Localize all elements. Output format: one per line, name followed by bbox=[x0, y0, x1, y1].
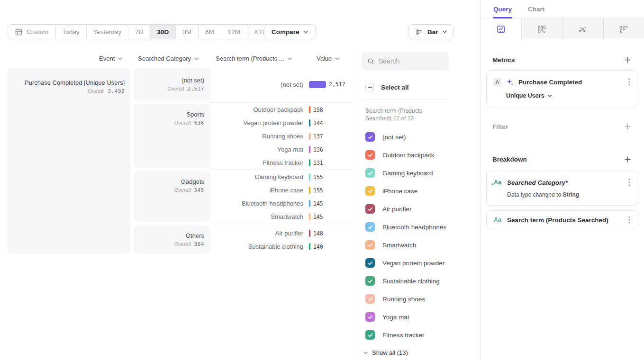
legend-item[interactable]: Fitness tracker bbox=[365, 326, 476, 344]
table-row[interactable]: Fitness tracker 131 bbox=[210, 156, 353, 170]
checkbox-checked-icon[interactable] bbox=[365, 204, 375, 214]
legend-item-label: iPhone case bbox=[382, 188, 417, 195]
event-name: Purchase Completed [Unique Users] bbox=[7, 79, 125, 87]
table-row[interactable]: Gaming keyboard 155 bbox=[210, 171, 353, 184]
term-label: Smartwatch bbox=[210, 213, 309, 220]
value-bar[interactable] bbox=[309, 173, 310, 180]
table-row[interactable]: Air purifier 148 bbox=[210, 227, 353, 240]
table-groups: (not set) Overall2,517 (not set) 2,517 S… bbox=[134, 66, 353, 256]
checkbox-checked-icon[interactable] bbox=[365, 330, 375, 340]
table-row[interactable]: Sustainable clothing 140 bbox=[210, 240, 353, 253]
date-range-12m[interactable]: 12M bbox=[221, 25, 247, 39]
kebab-menu-icon[interactable] bbox=[627, 215, 631, 225]
date-range-yesterday[interactable]: Yesterday bbox=[87, 25, 129, 39]
table-row[interactable]: Bluetooth headphones 145 bbox=[210, 197, 353, 210]
date-range-3m[interactable]: 3M bbox=[176, 25, 199, 39]
checkbox-checked-icon[interactable] bbox=[365, 168, 375, 178]
retention-icon[interactable] bbox=[604, 18, 644, 40]
breakdown-section-header: Breakdown bbox=[486, 156, 638, 163]
column-header-term[interactable]: Search term (Products ... bbox=[216, 55, 292, 62]
add-breakdown-button[interactable] bbox=[624, 156, 631, 163]
chart-type-select[interactable]: Bar bbox=[408, 24, 454, 39]
checkbox-checked-icon[interactable] bbox=[365, 150, 375, 160]
date-range-6m[interactable]: 6M bbox=[199, 25, 221, 39]
add-filter-button[interactable] bbox=[624, 123, 631, 130]
value-bar[interactable] bbox=[309, 146, 310, 153]
category-cell[interactable]: Others Overall384 bbox=[134, 226, 210, 254]
legend-item[interactable]: Yoga mat bbox=[365, 308, 476, 326]
table-row[interactable]: Outdoor backpack 158 bbox=[210, 103, 353, 117]
value-label: 140 bbox=[313, 244, 323, 250]
legend-item[interactable]: Air purifier bbox=[365, 200, 476, 218]
table-row[interactable]: Yoga mat 136 bbox=[210, 143, 353, 156]
legend-item[interactable]: Smartwatch bbox=[365, 236, 476, 254]
table-row[interactable]: iPhone case 155 bbox=[210, 184, 353, 197]
checkbox-indeterminate-icon[interactable] bbox=[365, 83, 374, 91]
column-header-value[interactable]: Value bbox=[317, 55, 339, 62]
value-bar[interactable] bbox=[309, 243, 310, 250]
checkbox-checked-icon[interactable] bbox=[365, 276, 375, 286]
checkbox-checked-icon[interactable] bbox=[365, 258, 375, 268]
tab-chart[interactable]: Chart bbox=[528, 0, 544, 18]
flows-icon[interactable] bbox=[562, 18, 604, 40]
date-range-custom[interactable]: Custom bbox=[8, 25, 56, 39]
legend-item[interactable]: Sustainable clothing bbox=[365, 272, 476, 290]
legend-item[interactable]: (not set) bbox=[365, 128, 476, 146]
series-searchbox[interactable] bbox=[362, 52, 449, 70]
legend-item[interactable]: Bluetooth headphones bbox=[365, 218, 476, 236]
date-range-30d[interactable]: 30D bbox=[150, 25, 176, 39]
funnels-icon[interactable] bbox=[522, 18, 563, 40]
table-row[interactable]: Vegan protein powder 144 bbox=[210, 117, 353, 130]
legend-item[interactable]: Outdoor backpack bbox=[365, 146, 476, 164]
compare-button[interactable]: Compare bbox=[264, 24, 316, 39]
checkbox-checked-icon[interactable] bbox=[365, 312, 375, 322]
show-all-link[interactable]: Show all (13) bbox=[363, 349, 408, 356]
checkbox-checked-icon[interactable] bbox=[365, 294, 375, 304]
value-bar[interactable] bbox=[309, 200, 310, 207]
legend-item-label: Gaming keyboard bbox=[382, 170, 433, 177]
add-metric-button[interactable] bbox=[624, 56, 631, 63]
value-bar[interactable] bbox=[309, 159, 310, 166]
date-range-7d[interactable]: 7D bbox=[128, 25, 150, 39]
tab-query[interactable]: Query bbox=[493, 0, 512, 18]
measure-select[interactable]: Unique Users bbox=[506, 92, 552, 99]
data-type-note: Data type changed to String bbox=[507, 191, 631, 198]
term-rows: (not set) 2,517 bbox=[210, 66, 353, 102]
table-row[interactable]: Running shoes 137 bbox=[210, 130, 353, 143]
column-header-event[interactable]: Event bbox=[99, 55, 122, 62]
select-all-row[interactable]: Select all bbox=[365, 83, 409, 91]
value-bar[interactable] bbox=[309, 106, 310, 113]
breakdown-card[interactable]: Aa Search term (Products Searched) bbox=[486, 210, 638, 229]
legend-item[interactable]: Vegan protein powder bbox=[365, 254, 476, 272]
breakdown-card[interactable]: *Aa Searched Category* Data type changed… bbox=[486, 171, 638, 206]
value-bar[interactable] bbox=[309, 81, 326, 88]
search-input[interactable] bbox=[379, 57, 443, 65]
legend-item[interactable]: iPhone case bbox=[365, 182, 476, 200]
event-cell[interactable]: Purchase Completed [Unique Users] Overal… bbox=[7, 68, 130, 254]
kebab-menu-icon[interactable] bbox=[627, 77, 631, 87]
metric-card[interactable]: A Purchase Completed Unique Users bbox=[486, 70, 638, 107]
legend-item-label: (not set) bbox=[382, 134, 406, 141]
kebab-menu-icon[interactable] bbox=[627, 178, 631, 187]
legend-item[interactable]: Running shoes bbox=[365, 290, 476, 308]
value-bar[interactable] bbox=[309, 133, 310, 140]
insights-icon[interactable] bbox=[481, 18, 522, 40]
column-header-category[interactable]: Searched Category bbox=[138, 55, 199, 62]
legend-item[interactable]: Gaming keyboard bbox=[365, 164, 476, 182]
value-bar[interactable] bbox=[309, 187, 310, 194]
checkbox-checked-icon[interactable] bbox=[365, 132, 375, 142]
checkbox-checked-icon[interactable] bbox=[365, 222, 375, 232]
table-row[interactable]: (not set) 2,517 bbox=[210, 78, 353, 91]
checkbox-checked-icon[interactable] bbox=[365, 240, 375, 250]
chevron-down-icon bbox=[304, 30, 308, 33]
value-bar[interactable] bbox=[309, 213, 310, 220]
category-cell[interactable]: Gadgets Overall545 bbox=[134, 171, 210, 222]
value-bar[interactable] bbox=[309, 119, 310, 126]
date-range-today[interactable]: Today bbox=[56, 25, 87, 39]
table-row[interactable]: Smartwatch 145 bbox=[210, 210, 353, 224]
category-group: (not set) Overall2,517 (not set) 2,517 bbox=[134, 66, 353, 102]
value-bar[interactable] bbox=[309, 230, 310, 237]
checkbox-checked-icon[interactable] bbox=[365, 186, 375, 196]
category-cell[interactable]: (not set) Overall2,517 bbox=[134, 68, 210, 100]
category-cell[interactable]: Sports Overall636 bbox=[134, 104, 210, 168]
